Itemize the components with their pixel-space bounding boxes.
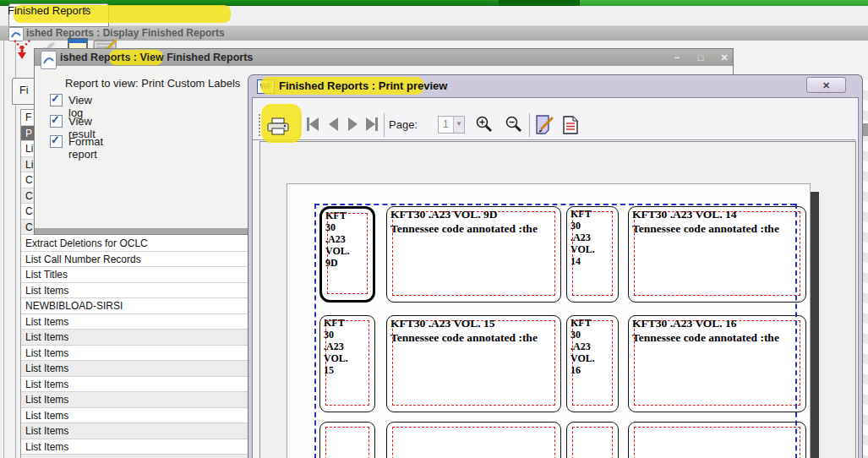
page-value: 1	[443, 118, 449, 130]
title-line: Tennessee code annotated :the	[390, 222, 538, 237]
spine-label-text: KFT 30 .A23 VOL. 14	[570, 208, 595, 267]
list-item[interactable]: List Call Number Records	[21, 252, 249, 268]
format-report-label: Format report	[68, 135, 103, 161]
title-line: Tennessee code annotated :the	[632, 331, 779, 346]
call-number-line: KFT30 .A23 VOL. 15	[390, 317, 538, 331]
pocket-label-empty[interactable]	[628, 422, 806, 458]
edit-report-icon[interactable]	[536, 115, 556, 138]
list-item[interactable]: List Items	[21, 330, 249, 346]
pocket-label[interactable]: KFT30 .A23 VOL. 9D Tennessee code annota…	[386, 206, 561, 303]
page-label: Page:	[389, 118, 418, 131]
view-result-checkbox[interactable]: ✓	[50, 115, 63, 128]
preview-title: Finished Reports : Print preview	[279, 79, 447, 92]
label-print-area	[634, 427, 800, 458]
format-report-checkbox[interactable]: ✓	[50, 135, 63, 148]
chevron-down-icon[interactable]: ▼	[453, 117, 464, 133]
right-edge-list-stripes	[862, 80, 868, 458]
call-number-line: KFT30 .A23 VOL. 14	[632, 208, 779, 222]
last-page-button[interactable]	[366, 117, 385, 131]
pocket-label-text: KFT30 .A23 VOL. 9D Tennessee code annota…	[390, 208, 538, 236]
list-item[interactable]: List Items	[21, 314, 249, 330]
print-preview-window: WF Finished Reports : Print preview ✕ Pa…	[248, 74, 863, 458]
top-green-bar-mid	[499, 0, 580, 6]
list-item[interactable]: List Items	[21, 346, 249, 362]
label-print-area	[572, 427, 613, 458]
close-button[interactable]: ✕	[716, 52, 733, 63]
check-icon: ✓	[51, 92, 60, 105]
zoom-in-button[interactable]	[475, 115, 494, 137]
check-icon: ✓	[51, 113, 60, 126]
preview-close-button[interactable]: ✕	[806, 77, 846, 93]
pocket-label[interactable]: KFT30 .A23 VOL. 14 Tennessee code annota…	[628, 206, 806, 303]
dialog-window-icon	[41, 51, 57, 69]
tab-finished-reports-pane-label: Fi	[19, 85, 28, 96]
first-page-button[interactable]	[307, 117, 325, 131]
pocket-label-text: KFT30 .A23 VOL. 15 Tennessee code annota…	[390, 317, 538, 345]
call-number-line: KFT30 .A23 VOL. 9D	[390, 208, 538, 222]
list-item[interactable]: List Items	[21, 283, 249, 299]
spine-label-text: KFT 30 .A23 VOL. 15	[324, 317, 348, 376]
spine-label-selected[interactable]: KFT 30 .A23 VOL. 9D	[319, 206, 375, 303]
page-boundary-top	[314, 204, 795, 205]
view-log-document-icon[interactable]	[563, 116, 578, 138]
title-line: Tennessee code annotated :the	[390, 331, 538, 346]
pocket-label-text: KFT30 .A23 VOL. 14 Tennessee code annota…	[632, 208, 779, 236]
toolbar-separator	[529, 113, 530, 137]
page-boundary-left	[314, 204, 316, 458]
previous-page-button[interactable]	[329, 117, 347, 131]
label-print-area	[325, 427, 369, 458]
right-edge-band	[862, 123, 868, 136]
list-item[interactable]: List Items	[21, 392, 249, 408]
list-item[interactable]: List Items	[21, 423, 249, 439]
zoom-out-button[interactable]	[505, 115, 523, 137]
window-frame-line-outer	[3, 40, 4, 458]
list-item[interactable]: List Items	[21, 439, 249, 455]
minimize-button[interactable]: −	[669, 52, 685, 63]
spine-label-empty[interactable]	[566, 422, 619, 458]
receive-items-icon[interactable]	[11, 37, 35, 64]
list-item[interactable]: NEWBIBLOAD-SIRSI	[21, 298, 249, 314]
toolbar-bottom-border	[253, 139, 856, 140]
spine-label[interactable]: KFT 30 .A23 VOL. 14	[566, 206, 619, 303]
pocket-label[interactable]: KFT30 .A23 VOL. 16 Tennessee code annota…	[628, 315, 806, 412]
print-button[interactable]	[267, 117, 289, 139]
title-line: Tennessee code annotated :the	[632, 222, 779, 237]
tab-label: Finished Reports	[8, 4, 90, 17]
pocket-label[interactable]: KFT30 .A23 VOL. 15 Tennessee code annota…	[386, 315, 561, 412]
page-boundary-right	[795, 204, 797, 458]
tab-close-icon[interactable]: ×	[84, 4, 89, 14]
report-to-view-label: Report to view: Print Custom Labels	[65, 77, 240, 90]
label-row	[248, 422, 863, 458]
spine-label-text: KFT 30 .A23 VOL. 9D	[325, 210, 350, 269]
top-green-bar-right	[580, 0, 868, 6]
spine-label-empty[interactable]	[319, 422, 375, 458]
label-print-area	[392, 427, 555, 458]
spine-label[interactable]: KFT 30 .A23 VOL. 15	[319, 315, 375, 412]
spine-label[interactable]: KFT 30 .A23 VOL. 16	[566, 315, 619, 412]
dialog-title: ished Reports : View Finished Reports	[60, 52, 253, 63]
next-page-button[interactable]	[348, 117, 367, 131]
call-number-line: KFT30 .A23 VOL. 16	[632, 317, 779, 331]
spine-label-text: KFT 30 .A23 VOL. 16	[570, 317, 595, 376]
list-item[interactable]: Extract Deletions for OCLC	[21, 236, 249, 252]
list-item[interactable]: List Items	[21, 361, 249, 377]
label-row: KFT 30 .A23 VOL. 15 KFT30 .A23 VOL. 15 T…	[248, 315, 863, 412]
list-item[interactable]: List Items	[21, 408, 249, 424]
check-icon: ✓	[51, 134, 60, 146]
view-log-checkbox[interactable]: ✓	[50, 94, 63, 106]
pocket-label-empty[interactable]	[386, 422, 561, 458]
list-item[interactable]: List Items	[21, 455, 249, 458]
maximize-button[interactable]: □	[692, 52, 709, 63]
list-item[interactable]: List Titles	[21, 267, 249, 283]
page-select[interactable]: 1 ▼	[438, 116, 465, 134]
pocket-label-text: KFT30 .A23 VOL. 16 Tennessee code annota…	[632, 317, 779, 345]
label-row: KFT 30 .A23 VOL. 9D KFT30 .A23 VOL. 9D T…	[248, 206, 863, 303]
list-item[interactable]: List Items	[21, 377, 249, 393]
